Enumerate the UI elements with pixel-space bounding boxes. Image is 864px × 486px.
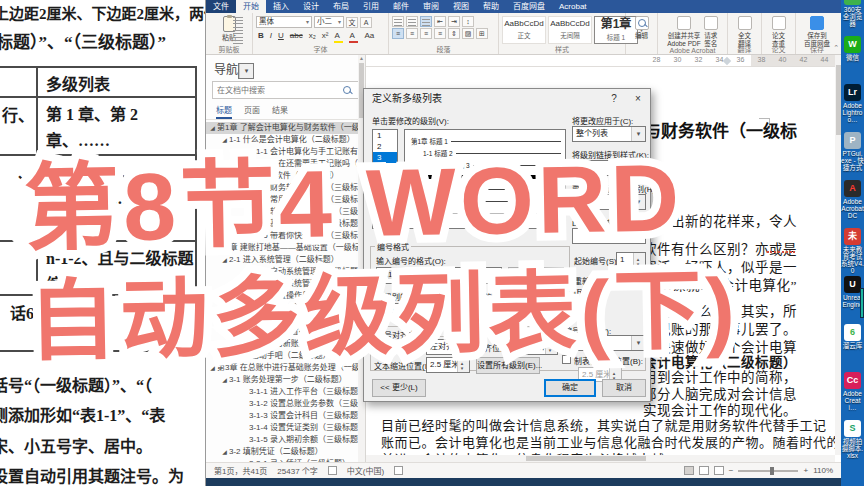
nav-tab[interactable]: 标题: [216, 104, 232, 119]
expand-icon[interactable]: [240, 290, 249, 302]
expand-icon[interactable]: ◢: [208, 122, 217, 134]
nav-item[interactable]: 2-4 分配任务为新账套指定账套主管（二级标题）: [206, 338, 365, 350]
proofing-icon[interactable]: [328, 466, 337, 475]
document-horizontal-scrollbar[interactable]: [366, 455, 835, 462]
nav-item[interactable]: 3-1-3 设置会计科目（三级标题）: [206, 410, 365, 422]
nav-item[interactable]: 1-2-1 财务软件的功能（三级标题）: [206, 182, 365, 194]
level-item[interactable]: 2: [373, 141, 397, 152]
ribbon-tab[interactable]: 开始: [236, 0, 266, 13]
font-button[interactable]: 字体(F)...: [508, 267, 564, 284]
decrease-indent-icon[interactable]: ⇤: [434, 16, 446, 27]
align-left-icon[interactable]: ≡: [392, 28, 404, 39]
gallery-level-dropdown[interactable]: 级别 1: [572, 194, 646, 210]
dialog-close-icon[interactable]: ×: [626, 89, 650, 109]
nav-item[interactable]: 3-1-1 进入工作平台（三级标题）: [206, 386, 365, 398]
apply-to-dropdown[interactable]: 整个列表: [572, 126, 646, 142]
font-color-button[interactable]: A: [347, 29, 360, 40]
expand-icon[interactable]: [240, 206, 249, 218]
expand-icon[interactable]: [240, 302, 249, 314]
zoom-level[interactable]: 110%: [813, 466, 833, 475]
number-format-input[interactable]: 第1章: [376, 267, 502, 284]
tray-icon[interactable]: [803, 479, 809, 485]
language-indicator[interactable]: 中文(中国): [347, 465, 384, 476]
highlight-color-button[interactable]: A: [332, 29, 345, 40]
nav-item[interactable]: 3-1-5 录入期初余额（三级标题）: [206, 434, 365, 446]
ribbon-tab[interactable]: 邮件: [386, 0, 416, 13]
scroll-up-icon[interactable]: ▲: [358, 55, 365, 61]
expand-icon[interactable]: ◢: [208, 362, 217, 374]
tray-icon[interactable]: [812, 479, 818, 485]
set-all-levels-button[interactable]: 设置所有级别(E)...: [476, 357, 540, 374]
expand-icon[interactable]: [240, 422, 249, 434]
create-share-pdf-button[interactable]: 创建并共享 Adobe PDF: [667, 15, 701, 47]
ribbon-tab[interactable]: 帮助: [476, 0, 506, 13]
nav-tab[interactable]: 结果: [272, 104, 288, 119]
desktop-icon[interactable]: P PTGui.exe - 快捷方式: [841, 130, 864, 178]
expand-icon[interactable]: [240, 194, 249, 206]
line-spacing-icon[interactable]: ⇕: [448, 28, 460, 39]
read-mode-icon[interactable]: [684, 466, 694, 475]
change-case-button[interactable]: Aa: [362, 29, 376, 40]
zoom-in-icon[interactable]: +: [803, 466, 808, 475]
ribbon-tab[interactable]: 引用: [356, 0, 386, 13]
ribbon-tab[interactable]: 视图: [446, 0, 476, 13]
expand-icon[interactable]: [220, 326, 229, 338]
include-level-dropdown[interactable]: [468, 303, 564, 319]
expand-icon[interactable]: [240, 182, 249, 194]
macro-record-icon[interactable]: [394, 466, 403, 475]
level-item[interactable]: 7: [373, 196, 397, 207]
copy-icon[interactable]: [233, 27, 243, 34]
expand-icon[interactable]: ◢: [220, 134, 229, 146]
less-button[interactable]: << 更少(L): [372, 379, 426, 397]
start-at-spinner[interactable]: 1: [616, 252, 646, 269]
editing-button[interactable]: 编辑: [629, 31, 654, 40]
phonetic-guide-icon[interactable]: 文: [346, 17, 358, 28]
desktop-icon[interactable]: W 微信: [841, 34, 864, 82]
tray-icon[interactable]: [794, 479, 800, 485]
collapse-ribbon-icon[interactable]: ⌃: [833, 44, 839, 52]
expand-icon[interactable]: [220, 338, 229, 350]
expand-icon[interactable]: [240, 230, 249, 242]
cancel-button[interactable]: 取消: [602, 379, 646, 397]
nav-item[interactable]: 3-1-2 设置总账业务参数（三级标题）: [206, 398, 365, 410]
justify-icon[interactable]: ≡: [434, 28, 446, 39]
desktop-icon[interactable]: 6 溜云库: [841, 322, 864, 370]
expand-icon[interactable]: [220, 350, 229, 362]
align-pos-spinner[interactable]: 1.5 厘米: [514, 339, 558, 355]
expand-icon[interactable]: [240, 158, 249, 170]
style-card[interactable]: AaBbCcDd 正文: [502, 16, 546, 44]
nav-item[interactable]: ◢ 第2章 建账打地基——基础设置（一级标题）: [206, 242, 365, 254]
desktop-icon[interactable]: Cc Adobe Creati…: [841, 370, 864, 418]
shading-icon[interactable]: ▨: [462, 28, 474, 39]
tray-icon[interactable]: [785, 479, 791, 485]
dialog-help-icon[interactable]: ?: [602, 89, 626, 109]
save-to-netdisk-button[interactable]: 保存到 百度网盘: [799, 16, 835, 47]
level-listbox[interactable]: 123456789: [372, 129, 398, 229]
ribbon-tab[interactable]: 布局: [326, 0, 356, 13]
nav-tab[interactable]: 页面: [244, 104, 260, 119]
word-count[interactable]: 25437 个字: [277, 465, 317, 476]
ribbon-tab[interactable]: 文件: [206, 0, 236, 13]
format-painter-icon[interactable]: [233, 37, 243, 44]
nav-item[interactable]: ◢ 第3章 在总账中进行基础账务处理（一级标题）: [206, 362, 365, 374]
superscript-button[interactable]: x²: [320, 29, 331, 40]
search-icon[interactable]: [343, 86, 352, 95]
ribbon-tab[interactable]: Acrobat: [552, 0, 594, 13]
italic-button[interactable]: I: [268, 29, 274, 40]
expand-icon[interactable]: ◢: [220, 170, 229, 182]
nav-item[interactable]: 3-1-4 设置凭证类别（三级标题）: [206, 422, 365, 434]
multilevel-list-icon[interactable]: [420, 16, 432, 27]
sort-icon[interactable]: ↕: [462, 16, 474, 27]
increase-indent-icon[interactable]: ⇥: [448, 16, 460, 27]
desktop-icon[interactable]: O 360安全浏览器: [841, 0, 864, 34]
expand-icon[interactable]: [240, 410, 249, 422]
nav-item[interactable]: 2-1-1 启动系统管理（三级标题）: [206, 266, 365, 278]
numbered-list-icon[interactable]: [406, 16, 418, 27]
print-layout-icon[interactable]: [699, 466, 709, 475]
bold-button[interactable]: B: [256, 29, 266, 40]
listnum-input[interactable]: [572, 228, 646, 244]
level-item[interactable]: 6: [373, 185, 397, 196]
level-item[interactable]: 9: [373, 218, 397, 229]
underline-button[interactable]: U: [276, 29, 286, 40]
nav-options-icon[interactable]: ▾ ×: [238, 63, 254, 79]
